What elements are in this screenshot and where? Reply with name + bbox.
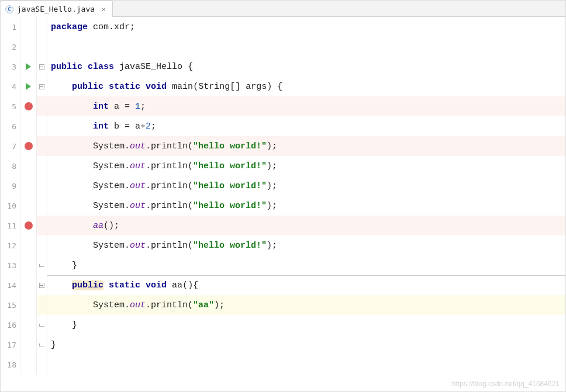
code-content[interactable]: package com.xdr; [47, 17, 565, 37]
code-line[interactable]: 6 int b = a+2; [1, 116, 565, 136]
file-tab[interactable]: C javaSE_Hello.java × [1, 1, 113, 17]
gutter-icon-cell[interactable] [20, 176, 37, 196]
code-line[interactable]: 11 aa(); [1, 216, 565, 235]
code-line[interactable]: 2 [1, 37, 565, 57]
line-number[interactable]: 18 [1, 355, 20, 374]
line-number[interactable]: 3 [1, 57, 20, 77]
code-content[interactable]: public class javaSE_Hello { [47, 57, 565, 77]
line-number[interactable]: 13 [1, 255, 20, 275]
fold-gutter[interactable] [37, 116, 47, 136]
gutter-icon-cell[interactable] [20, 96, 37, 116]
fold-toggle-icon[interactable] [39, 84, 44, 89]
line-number[interactable]: 10 [1, 196, 20, 216]
breakpoint-icon[interactable] [25, 102, 33, 110]
code-content[interactable]: System.out.println("hello world!"); [47, 196, 565, 216]
run-icon[interactable] [26, 63, 31, 70]
fold-gutter[interactable] [37, 57, 47, 77]
code-line[interactable]: 3public class javaSE_Hello { [1, 57, 565, 77]
gutter-icon-cell[interactable] [20, 295, 37, 315]
fold-gutter[interactable] [37, 216, 47, 235]
line-number[interactable]: 8 [1, 156, 20, 176]
line-number[interactable]: 2 [1, 37, 20, 57]
code-line[interactable]: 5 int a = 1; [1, 96, 565, 116]
code-content[interactable]: int b = a+2; [47, 116, 565, 136]
gutter-icon-cell[interactable] [20, 255, 37, 275]
fold-gutter[interactable] [37, 37, 47, 57]
code-line[interactable]: 16 } [1, 315, 565, 335]
line-number[interactable]: 15 [1, 295, 20, 315]
fold-gutter[interactable] [37, 275, 47, 295]
fold-toggle-icon[interactable] [39, 64, 44, 70]
fold-gutter[interactable] [37, 295, 47, 315]
line-number[interactable]: 4 [1, 77, 20, 96]
gutter-icon-cell[interactable] [20, 37, 37, 57]
code-line[interactable]: 7 System.out.println("hello world!"); [1, 136, 565, 156]
gutter-icon-cell[interactable] [20, 355, 37, 374]
code-content[interactable] [47, 355, 565, 374]
code-content[interactable]: public static void main(String[] args) { [47, 77, 565, 96]
fold-gutter[interactable] [37, 255, 47, 275]
code-content[interactable]: } [47, 315, 565, 335]
gutter-icon-cell[interactable] [20, 57, 37, 77]
gutter-icon-cell[interactable] [20, 335, 37, 355]
code-line[interactable]: 14 public static void aa(){ [1, 275, 565, 295]
code-line[interactable]: 18 [1, 355, 565, 374]
gutter-icon-cell[interactable] [20, 315, 37, 335]
gutter-icon-cell[interactable] [20, 17, 37, 37]
code-line[interactable]: 17} [1, 335, 565, 355]
fold-gutter[interactable] [37, 17, 47, 37]
code-line[interactable]: 9 System.out.println("hello world!"); [1, 176, 565, 196]
code-content[interactable] [47, 37, 565, 57]
close-icon[interactable]: × [99, 5, 108, 13]
line-number[interactable]: 11 [1, 216, 20, 235]
code-content[interactable]: System.out.println("aa"); [47, 295, 565, 315]
gutter-icon-cell[interactable] [20, 156, 37, 176]
code-content[interactable]: } [47, 255, 565, 275]
code-editor[interactable]: 1package com.xdr;23public class javaSE_H… [1, 17, 565, 391]
breakpoint-icon[interactable] [25, 142, 33, 150]
fold-gutter[interactable] [37, 355, 47, 374]
fold-gutter[interactable] [37, 77, 47, 96]
line-number[interactable]: 1 [1, 17, 20, 37]
code-content[interactable]: int a = 1; [47, 96, 565, 116]
gutter-icon-cell[interactable] [20, 235, 37, 255]
code-line[interactable]: 15 System.out.println("aa"); [1, 295, 565, 315]
code-line[interactable]: 10 System.out.println("hello world!"); [1, 196, 565, 216]
line-number[interactable]: 7 [1, 136, 20, 156]
gutter-icon-cell[interactable] [20, 77, 37, 96]
code-line[interactable]: 12 System.out.println("hello world!"); [1, 235, 565, 255]
fold-gutter[interactable] [37, 136, 47, 156]
code-content[interactable]: } [47, 335, 565, 355]
fold-gutter[interactable] [37, 96, 47, 116]
gutter-icon-cell[interactable] [20, 196, 37, 216]
line-number[interactable]: 5 [1, 96, 20, 116]
code-content[interactable]: System.out.println("hello world!"); [47, 176, 565, 196]
code-content[interactable]: System.out.println("hello world!"); [47, 136, 565, 156]
code-line[interactable]: 1package com.xdr; [1, 17, 565, 37]
line-number[interactable]: 16 [1, 315, 20, 335]
gutter-icon-cell[interactable] [20, 216, 37, 235]
fold-gutter[interactable] [37, 335, 47, 355]
code-content[interactable]: System.out.println("hello world!"); [47, 156, 565, 176]
code-line[interactable]: 13 } [1, 255, 565, 275]
code-content[interactable]: aa(); [47, 216, 565, 235]
gutter-icon-cell[interactable] [20, 116, 37, 136]
code-content[interactable]: System.out.println("hello world!"); [47, 235, 565, 255]
line-number[interactable]: 6 [1, 116, 20, 136]
fold-gutter[interactable] [37, 235, 47, 255]
gutter-icon-cell[interactable] [20, 275, 37, 295]
gutter-icon-cell[interactable] [20, 136, 37, 156]
fold-toggle-icon[interactable] [39, 283, 44, 288]
code-content[interactable]: public static void aa(){ [47, 275, 565, 295]
code-line[interactable]: 4 public static void main(String[] args)… [1, 77, 565, 96]
breakpoint-icon[interactable] [25, 221, 33, 230]
line-number[interactable]: 14 [1, 275, 20, 295]
fold-gutter[interactable] [37, 156, 47, 176]
run-icon[interactable] [26, 83, 31, 90]
line-number[interactable]: 12 [1, 235, 20, 255]
line-number[interactable]: 9 [1, 176, 20, 196]
line-number[interactable]: 17 [1, 335, 20, 355]
fold-gutter[interactable] [37, 196, 47, 216]
code-line[interactable]: 8 System.out.println("hello world!"); [1, 156, 565, 176]
fold-gutter[interactable] [37, 176, 47, 196]
